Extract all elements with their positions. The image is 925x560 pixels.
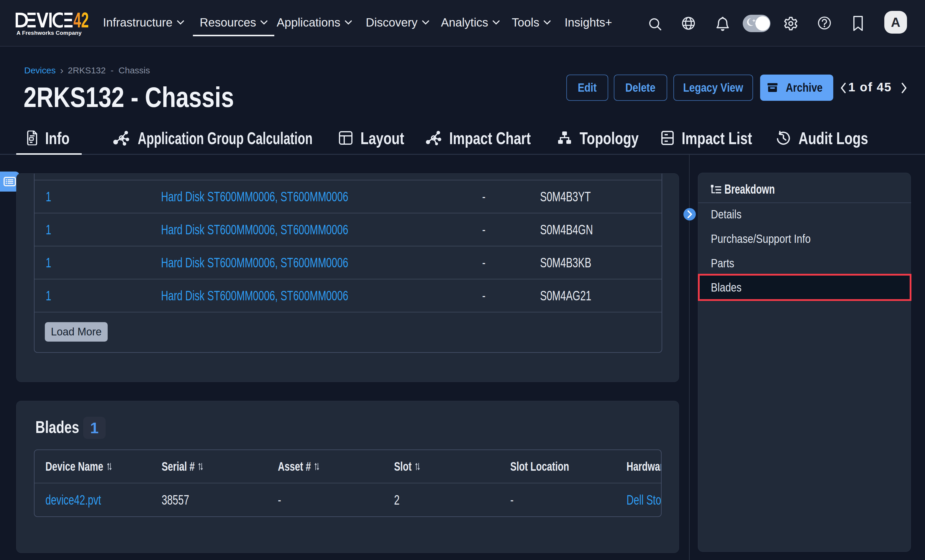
svg-text:42: 42 — [74, 12, 89, 28]
